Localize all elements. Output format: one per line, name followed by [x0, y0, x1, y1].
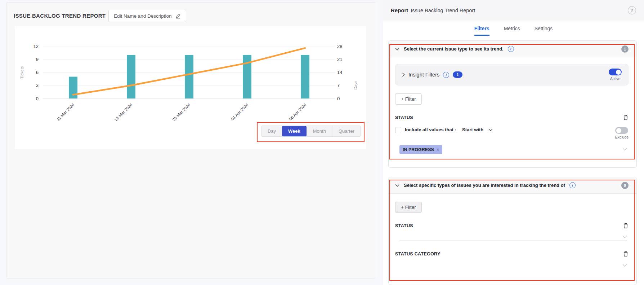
- exclude-toggle[interactable]: [615, 127, 628, 134]
- active-toggle-caption: Active: [610, 76, 621, 81]
- svg-text:01 Apr 2024: 01 Apr 2024: [230, 102, 249, 122]
- info-icon[interactable]: i: [508, 46, 514, 52]
- granularity-toggle-group: Day Week Month Quarter: [261, 126, 361, 137]
- report-config-panel: Report Issue Backlog Trend Report ? Filt…: [383, 0, 644, 285]
- svg-text:6: 6: [36, 70, 39, 75]
- chevron-down-icon: [488, 128, 493, 131]
- edit-name-description-button[interactable]: Edit Name and Description: [108, 10, 186, 22]
- svg-text:28: 28: [337, 44, 342, 49]
- svg-text:18 Mar 2024: 18 Mar 2024: [113, 102, 133, 122]
- info-icon[interactable]: i: [443, 72, 449, 78]
- panel-header: Report Issue Backlog Trend Report ?: [383, 0, 644, 21]
- panel-tabs: Filters Metrics Settings: [383, 26, 644, 36]
- status-category-field-label: STATUS CATEGORY: [395, 251, 440, 256]
- section1-count-badge: 1: [621, 45, 629, 53]
- tab-metrics[interactable]: Metrics: [504, 26, 520, 36]
- chevron-down-icon: [395, 48, 399, 51]
- operator-dropdown[interactable]: Start with: [462, 127, 493, 132]
- section2-title: Select specific types of issues you are …: [404, 183, 565, 188]
- section1-title: Select the current issue type to see its…: [404, 46, 504, 52]
- chevron-down-icon: [395, 184, 399, 187]
- svg-text:14: 14: [337, 70, 342, 75]
- svg-text:3: 3: [36, 83, 39, 88]
- status-category-values-select[interactable]: [399, 257, 627, 269]
- pencil-icon: [175, 13, 181, 19]
- active-toggle[interactable]: [609, 69, 622, 75]
- section2-count-badge: 0: [621, 182, 629, 189]
- filter-section-current-issue-type: Select the current issue type to see its…: [388, 40, 637, 168]
- svg-text:Days: Days: [353, 80, 358, 90]
- filter-section-specific-issue-types: Select specific types of issues you are …: [388, 177, 637, 285]
- svg-text:0: 0: [36, 96, 39, 101]
- status-value-chip[interactable]: IN PROGRESS ×: [399, 145, 442, 154]
- chip-label: IN PROGRESS: [403, 147, 434, 152]
- granularity-month-button[interactable]: Month: [307, 126, 332, 136]
- include-values-row: Include all values that : Start with Exc…: [395, 127, 629, 139]
- panel-header-title: Issue Backlog Trend Report: [411, 8, 475, 13]
- svg-text:11 Mar 2024: 11 Mar 2024: [56, 102, 75, 122]
- report-preview-card: ISSUE BACKLOG TREND REPORT Edit Name and…: [6, 2, 375, 279]
- add-filter-button[interactable]: + Filter: [395, 202, 422, 213]
- granularity-day-button[interactable]: Day: [261, 126, 282, 136]
- chevron-down-icon[interactable]: [622, 148, 627, 151]
- svg-text:12: 12: [33, 44, 39, 49]
- svg-text:25 Mar 2024: 25 Mar 2024: [171, 102, 191, 122]
- insight-filters-panel[interactable]: Insight Filters i 1 Active: [395, 64, 629, 86]
- status-field-label: STATUS: [395, 115, 413, 120]
- granularity-week-button[interactable]: Week: [282, 126, 307, 136]
- svg-text:0: 0: [337, 96, 340, 101]
- add-filter-button[interactable]: + Filter: [395, 93, 422, 105]
- trash-icon[interactable]: [623, 114, 629, 120]
- chevron-down-icon: [622, 264, 627, 267]
- section2-header[interactable]: Select specific types of issues you are …: [389, 177, 636, 194]
- include-all-values-checkbox[interactable]: [395, 127, 401, 133]
- insight-filters-label: Insight Filters: [408, 72, 439, 78]
- svg-text:08 Apr 2024: 08 Apr 2024: [288, 102, 307, 122]
- panel-header-label: Report: [391, 7, 408, 13]
- include-all-values-label: Include all values that :: [405, 127, 456, 132]
- trend-chart: 03691207142128TicketsDays11 Mar 202418 M…: [15, 26, 366, 149]
- svg-text:9: 9: [36, 57, 39, 62]
- svg-text:Tickets: Tickets: [20, 66, 24, 79]
- help-icon[interactable]: ?: [628, 6, 636, 14]
- status-field-row: STATUS: [395, 114, 629, 120]
- status-field-row: STATUS: [395, 223, 629, 229]
- status-field-label: STATUS: [395, 223, 413, 228]
- trash-icon[interactable]: [623, 251, 629, 257]
- insight-filters-count-badge: 1: [453, 71, 462, 78]
- chevron-down-icon: [622, 235, 627, 238]
- operator-value: Start with: [462, 127, 483, 132]
- edit-button-label: Edit Name and Description: [114, 13, 172, 19]
- exclude-toggle-caption: Exclude: [615, 135, 629, 139]
- chip-close-icon[interactable]: ×: [437, 147, 439, 152]
- chevron-right-icon: [402, 73, 405, 77]
- svg-text:21: 21: [337, 57, 342, 62]
- report-title: ISSUE BACKLOG TREND REPORT: [14, 13, 106, 19]
- svg-text:7: 7: [337, 83, 340, 88]
- status-category-field-row: STATUS CATEGORY: [395, 251, 629, 257]
- trash-icon[interactable]: [623, 223, 629, 229]
- info-icon[interactable]: i: [569, 182, 576, 188]
- status-values-select[interactable]: [399, 229, 627, 241]
- tab-settings[interactable]: Settings: [535, 26, 553, 36]
- status-values-select[interactable]: IN PROGRESS ×: [399, 145, 627, 159]
- tab-filters[interactable]: Filters: [474, 26, 489, 36]
- granularity-quarter-button[interactable]: Quarter: [332, 126, 361, 136]
- section1-header[interactable]: Select the current issue type to see its…: [389, 41, 636, 57]
